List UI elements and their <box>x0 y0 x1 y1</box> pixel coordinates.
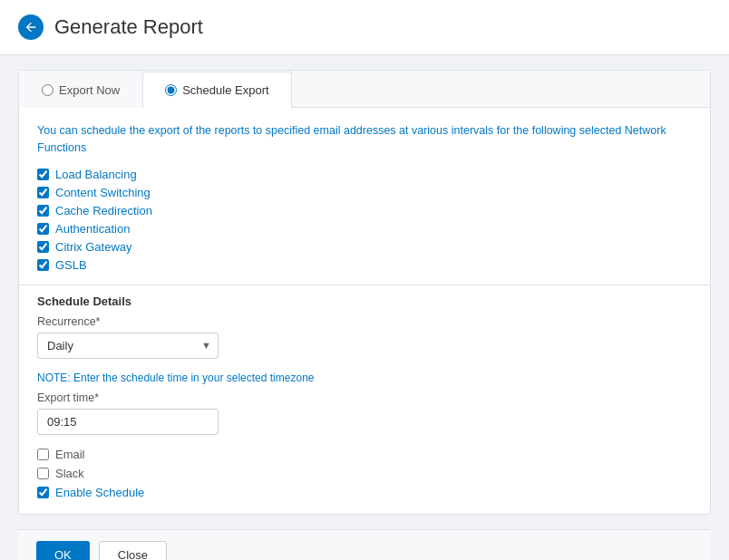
content-switching-label[interactable]: Content Switching <box>55 186 151 199</box>
slack-item: Slack <box>37 467 692 480</box>
tab-bar: Export Now Schedule Export <box>19 71 710 108</box>
report-card: Export Now Schedule Export You can sched… <box>18 70 711 515</box>
slack-label[interactable]: Slack <box>55 467 84 480</box>
tab-content: You can schedule the export of the repor… <box>19 108 710 514</box>
gslb-checkbox[interactable] <box>37 259 49 271</box>
list-item: GSLB <box>37 258 692 272</box>
main-content: Export Now Schedule Export You can sched… <box>0 55 729 560</box>
slack-checkbox[interactable] <box>37 468 49 479</box>
recurrence-group: Recurrence* Daily Weekly Monthly ▼ <box>37 315 692 359</box>
list-item: Content Switching <box>37 186 692 199</box>
email-item: Email <box>37 448 692 461</box>
schedule-export-radio[interactable] <box>165 84 177 96</box>
cache-redirection-label[interactable]: Cache Redirection <box>55 204 152 217</box>
recurrence-select[interactable]: Daily Weekly Monthly <box>37 333 219 359</box>
list-item: Load Balancing <box>37 168 692 181</box>
close-button[interactable]: Close <box>99 541 167 561</box>
content-switching-checkbox[interactable] <box>37 187 49 198</box>
recurrence-select-wrapper: Daily Weekly Monthly ▼ <box>37 333 219 359</box>
page-title: Generate Report <box>54 15 203 39</box>
authentication-checkbox[interactable] <box>37 223 49 235</box>
enable-schedule-checkbox[interactable] <box>37 487 49 498</box>
cache-redirection-checkbox[interactable] <box>37 205 49 217</box>
citrix-gateway-checkbox[interactable] <box>37 241 49 253</box>
timezone-note: NOTE: Enter the schedule time in your se… <box>37 372 692 384</box>
list-item: Citrix Gateway <box>37 240 692 254</box>
load-balancing-label[interactable]: Load Balancing <box>55 168 137 181</box>
citrix-gateway-label[interactable]: Citrix Gateway <box>55 240 132 254</box>
info-text: You can schedule the export of the repor… <box>37 122 692 157</box>
schedule-details-section: Schedule Details Recurrence* Daily Weekl… <box>37 285 692 499</box>
recurrence-label: Recurrence* <box>37 315 692 328</box>
schedule-details-title: Schedule Details <box>37 285 692 315</box>
footer: OK Close <box>18 529 711 561</box>
back-button[interactable] <box>18 14 44 40</box>
enable-schedule-item: Enable Schedule <box>37 486 692 499</box>
tab-schedule-export[interactable]: Schedule Export <box>142 72 291 108</box>
network-functions-list: Load Balancing Content Switching Cache R… <box>37 168 692 272</box>
ok-button[interactable]: OK <box>36 541 90 561</box>
list-item: Cache Redirection <box>37 204 692 217</box>
schedule-export-label[interactable]: Schedule Export <box>182 83 268 97</box>
page-header: Generate Report <box>0 0 729 55</box>
export-now-label[interactable]: Export Now <box>59 83 120 97</box>
export-time-input[interactable] <box>37 409 219 435</box>
export-time-label: Export time* <box>37 391 692 404</box>
email-checkbox[interactable] <box>37 449 49 460</box>
enable-schedule-label[interactable]: Enable Schedule <box>55 486 144 499</box>
export-now-radio[interactable] <box>42 84 53 96</box>
load-balancing-checkbox[interactable] <box>37 169 49 180</box>
tab-export-now[interactable]: Export Now <box>19 72 142 108</box>
gslb-label[interactable]: GSLB <box>55 258 87 272</box>
authentication-label[interactable]: Authentication <box>55 222 130 236</box>
notification-list: Email Slack Enable Schedule <box>37 448 692 499</box>
email-label[interactable]: Email <box>55 448 85 461</box>
list-item: Authentication <box>37 222 692 236</box>
export-time-group: Export time* <box>37 391 692 435</box>
